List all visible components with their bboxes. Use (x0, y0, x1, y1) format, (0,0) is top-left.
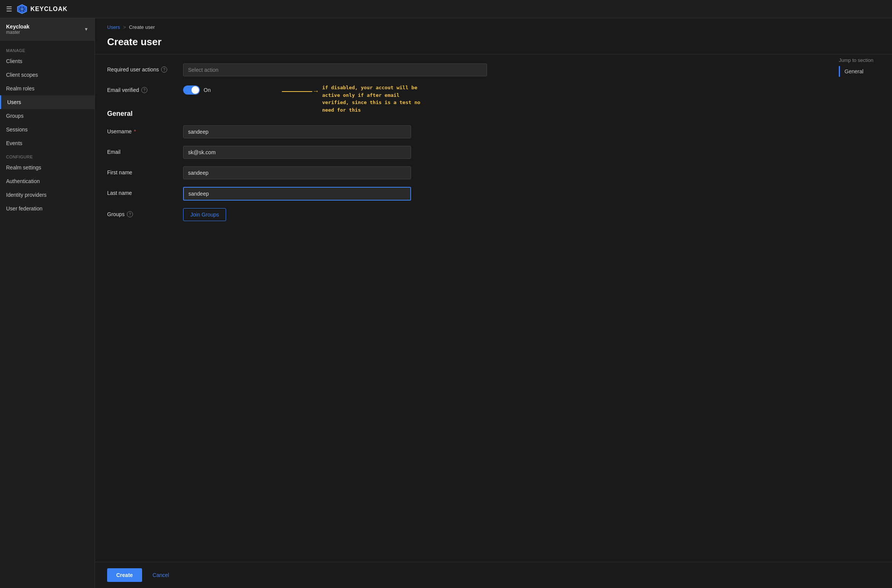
groups-label: Groups ? (107, 208, 183, 217)
general-section-header: General (107, 110, 819, 118)
bottom-bar: Create Cancel (95, 562, 892, 588)
breadcrumb-current: Create user (129, 24, 155, 30)
required-actions-help-icon[interactable]: ? (161, 66, 167, 73)
breadcrumb-separator: > (123, 24, 126, 30)
right-nav: Jump to section General (831, 54, 892, 562)
jump-to-section-label: Jump to section (839, 57, 892, 63)
realm-selector[interactable]: Keycloak master ▼ (0, 18, 95, 41)
main-layout: Keycloak master ▼ Manage Clients Client … (0, 18, 892, 588)
hamburger-icon[interactable]: ☰ (6, 5, 12, 13)
sidebar-item-clients[interactable]: Clients (0, 54, 95, 68)
breadcrumb: Users > Create user (95, 18, 892, 33)
manage-section-label: Manage (0, 44, 95, 54)
realm-name: Keycloak (6, 24, 29, 30)
lastname-input[interactable] (183, 187, 411, 201)
form-area: Required user actions ? Select action Em… (95, 54, 831, 238)
sidebar-item-realm-settings[interactable]: Realm settings (0, 161, 95, 174)
logo-container: KEYCLOAK (17, 4, 68, 14)
topbar: ☰ KEYCLOAK (0, 0, 892, 18)
create-button[interactable]: Create (107, 568, 142, 582)
toggle-knob (191, 86, 199, 94)
cancel-button[interactable]: Cancel (147, 568, 176, 582)
keycloak-logo-icon (17, 4, 27, 14)
username-input[interactable] (183, 125, 411, 138)
groups-help-icon[interactable]: ? (127, 211, 133, 217)
sidebar-item-realm-roles[interactable]: Realm roles (0, 82, 95, 95)
username-label: Username * (107, 125, 183, 134)
toggle-container: On (183, 84, 211, 95)
content-with-nav: Required user actions ? Select action Em… (95, 54, 892, 562)
right-nav-general[interactable]: General (839, 66, 892, 77)
annotation-area: → if disabled, your accout will be activ… (282, 84, 420, 114)
lastname-row: Last name (107, 187, 819, 201)
realm-sub: master (6, 30, 29, 35)
configure-section-label: Configure (0, 150, 95, 161)
lastname-label: Last name (107, 187, 183, 196)
username-required-star: * (134, 128, 136, 134)
sidebar-item-users[interactable]: Users (0, 95, 95, 109)
email-label: Email (107, 146, 183, 155)
chevron-down-icon: ▼ (84, 27, 89, 32)
sidebar-item-groups[interactable]: Groups (0, 109, 95, 123)
email-verified-help-icon[interactable]: ? (141, 87, 147, 93)
sidebar-item-sessions[interactable]: Sessions (0, 123, 95, 136)
sidebar-item-events[interactable]: Events (0, 136, 95, 150)
email-row: Email (107, 146, 819, 159)
email-verified-row: Email verified ? On (107, 84, 819, 95)
firstname-input[interactable] (183, 166, 411, 179)
firstname-row: First name (107, 166, 819, 179)
required-actions-label: Required user actions ? (107, 63, 183, 73)
sidebar-item-client-scopes[interactable]: Client scopes (0, 68, 95, 82)
sidebar: Keycloak master ▼ Manage Clients Client … (0, 18, 95, 588)
form-main: Required user actions ? Select action Em… (95, 54, 831, 562)
logo-text: KEYCLOAK (30, 6, 68, 13)
breadcrumb-users-link[interactable]: Users (107, 24, 120, 30)
sidebar-item-user-federation[interactable]: User federation (0, 202, 95, 215)
join-groups-button[interactable]: Join Groups (183, 208, 226, 221)
annotation-arrow-icon: → (312, 87, 319, 95)
required-actions-row: Required user actions ? Select action (107, 63, 819, 76)
firstname-label: First name (107, 166, 183, 175)
annotation-line (282, 91, 312, 92)
page-title: Create user (95, 33, 892, 54)
required-actions-select[interactable]: Select action (183, 63, 487, 76)
toggle-on-label: On (204, 87, 211, 93)
annotation-text: if disabled, your accout will be active … (322, 84, 420, 114)
email-verified-toggle[interactable] (183, 85, 200, 95)
email-verified-label: Email verified ? (107, 84, 183, 93)
sidebar-item-identity-providers[interactable]: Identity providers (0, 188, 95, 202)
groups-row: Groups ? Join Groups (107, 208, 819, 221)
sidebar-item-authentication[interactable]: Authentication (0, 174, 95, 188)
content-area: Users > Create user Create user Required… (95, 18, 892, 588)
email-input[interactable] (183, 146, 411, 159)
username-row: Username * (107, 125, 819, 138)
